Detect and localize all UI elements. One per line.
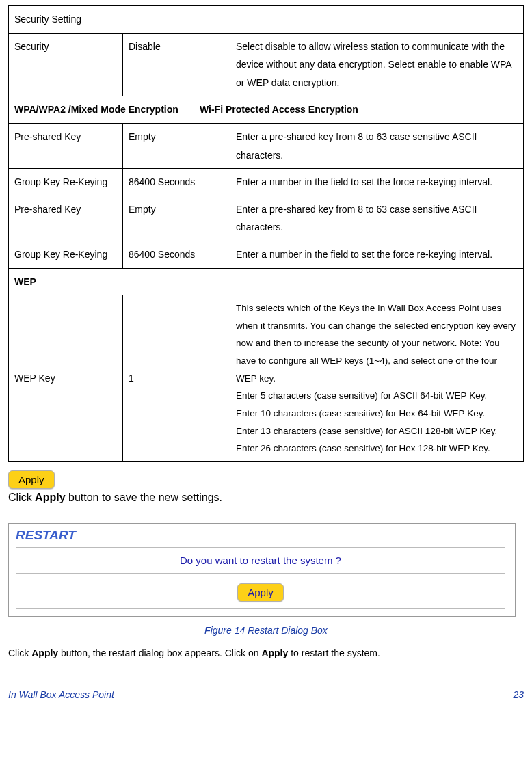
psk-label-2: Pre-shared Key	[9, 196, 123, 241]
groupkey-value-2: 86400 Seconds	[123, 241, 230, 268]
page-footer: In Wall Box Access Point 23	[8, 689, 524, 700]
figure-caption: Figure 14 Restart Dialog Box	[8, 625, 524, 636]
psk-desc-2: Enter a pre-shared key from 8 to 63 case…	[230, 196, 524, 241]
groupkey-value-1: 86400 Seconds	[123, 169, 230, 196]
wepkey-desc: This selects which of the Keys the In Wa…	[230, 295, 524, 462]
restart-title: RESTART	[9, 524, 515, 543]
groupkey-label-2: Group Key Re-Keying	[9, 241, 123, 268]
instr-p2: button, the restart dialog box appears. …	[58, 647, 261, 658]
security-value: Disable	[123, 33, 230, 96]
apply-instruction-1: Click Apply button to save the new setti…	[8, 492, 524, 504]
psk-value-1: Empty	[123, 123, 230, 168]
restart-instruction: Click Apply button, the restart dialog b…	[8, 645, 524, 662]
groupkey-label-1: Group Key Re-Keying	[9, 169, 123, 196]
restart-inner-table: Do you want to restart the system ? Appl…	[16, 547, 505, 609]
instr-b2: Apply	[261, 647, 288, 658]
groupkey-desc-2: Enter a number in the field to set the f…	[230, 241, 524, 268]
restart-dialog: RESTART Do you want to restart the syste…	[8, 523, 516, 617]
apply-button-1[interactable]: Apply	[8, 470, 55, 489]
apply-prefix: Click	[8, 492, 35, 503]
security-desc: Select disable to allow wireless station…	[230, 33, 524, 96]
wepkey-label: WEP Key	[9, 295, 123, 462]
apply-suffix: button to save the new settings.	[66, 492, 222, 503]
psk-desc-1: Enter a pre-shared key from 8 to 63 case…	[230, 123, 524, 168]
apply-bold: Apply	[35, 492, 65, 503]
instr-p1: Click	[8, 647, 31, 658]
instr-b1: Apply	[31, 647, 58, 658]
apply-button-2[interactable]: Apply	[237, 583, 284, 602]
psk-label-1: Pre-shared Key	[9, 123, 123, 168]
restart-apply-cell: Apply	[16, 573, 505, 608]
instr-p3: to restart the system.	[288, 647, 380, 658]
restart-question: Do you want to restart the system ?	[16, 547, 505, 573]
footer-right: 23	[513, 689, 524, 700]
psk-value-2: Empty	[123, 196, 230, 241]
groupkey-desc-1: Enter a number in the field to set the f…	[230, 169, 524, 196]
wpa-header: WPA/WPA2 /Mixed Mode Encryption Wi-Fi Pr…	[9, 96, 524, 124]
security-settings-table: Security Setting Security Disable Select…	[8, 5, 524, 462]
security-label: Security	[9, 33, 123, 96]
wep-header: WEP	[9, 268, 524, 295]
security-setting-header: Security Setting	[9, 6, 524, 34]
footer-left: In Wall Box Access Point	[8, 689, 114, 700]
wepkey-value: 1	[123, 295, 230, 462]
